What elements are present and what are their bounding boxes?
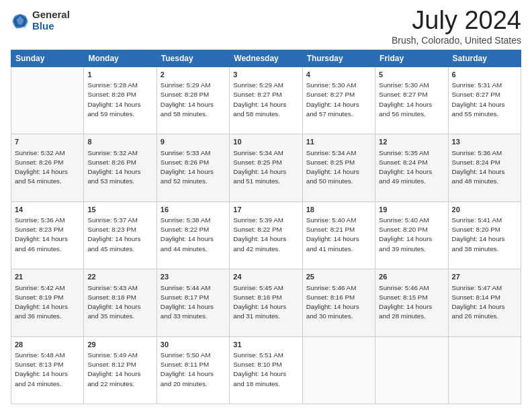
day-cell: 25Sunrise: 5:46 AMSunset: 8:16 PMDayligh…: [302, 269, 375, 336]
day-number: 7: [15, 137, 80, 147]
day-number: 27: [452, 272, 517, 282]
day-number: 1: [87, 70, 152, 80]
day-info: Sunrise: 5:31 AMSunset: 8:27 PMDaylight:…: [452, 81, 517, 119]
day-cell: 19Sunrise: 5:40 AMSunset: 8:20 PMDayligh…: [375, 201, 448, 269]
day-info: Sunrise: 5:46 AMSunset: 8:16 PMDaylight:…: [306, 283, 371, 322]
day-cell: [448, 336, 521, 404]
day-info: Sunrise: 5:34 AMSunset: 8:25 PMDaylight:…: [306, 148, 371, 187]
day-cell: 11Sunrise: 5:34 AMSunset: 8:25 PMDayligh…: [302, 134, 375, 201]
day-info: Sunrise: 5:36 AMSunset: 8:23 PMDaylight:…: [15, 216, 80, 254]
day-number: 23: [161, 272, 226, 282]
day-cell: 13Sunrise: 5:36 AMSunset: 8:24 PMDayligh…: [448, 134, 521, 201]
logo: General Blue: [11, 9, 70, 32]
day-cell: [375, 336, 448, 404]
day-number: 13: [452, 137, 517, 147]
day-cell: 2Sunrise: 5:29 AMSunset: 8:28 PMDaylight…: [157, 66, 229, 134]
day-cell: 9Sunrise: 5:33 AMSunset: 8:26 PMDaylight…: [157, 134, 229, 201]
day-info: Sunrise: 5:41 AMSunset: 8:20 PMDaylight:…: [452, 216, 517, 254]
day-info: Sunrise: 5:28 AMSunset: 8:28 PMDaylight:…: [87, 81, 152, 119]
day-cell: 4Sunrise: 5:30 AMSunset: 8:27 PMDaylight…: [302, 66, 375, 134]
day-number: 24: [233, 272, 298, 282]
day-number: 14: [15, 205, 80, 215]
day-info: Sunrise: 5:32 AMSunset: 8:26 PMDaylight:…: [87, 148, 152, 187]
day-cell: 26Sunrise: 5:46 AMSunset: 8:15 PMDayligh…: [375, 269, 448, 336]
logo-icon: [11, 11, 30, 30]
day-info: Sunrise: 5:44 AMSunset: 8:17 PMDaylight:…: [161, 283, 226, 322]
day-info: Sunrise: 5:45 AMSunset: 8:16 PMDaylight:…: [233, 283, 298, 322]
day-info: Sunrise: 5:40 AMSunset: 8:21 PMDaylight:…: [306, 216, 371, 254]
th-friday: Friday: [375, 50, 448, 66]
day-info: Sunrise: 5:35 AMSunset: 8:24 PMDaylight:…: [379, 148, 444, 187]
th-monday: Monday: [84, 50, 157, 66]
day-cell: 21Sunrise: 5:42 AMSunset: 8:19 PMDayligh…: [11, 269, 84, 336]
day-number: 19: [379, 205, 444, 215]
calendar-header: Sunday Monday Tuesday Wednesday Thursday…: [11, 50, 521, 66]
day-info: Sunrise: 5:38 AMSunset: 8:22 PMDaylight:…: [161, 216, 226, 254]
day-info: Sunrise: 5:42 AMSunset: 8:19 PMDaylight:…: [15, 283, 80, 322]
day-number: 26: [379, 272, 444, 282]
week-row-0: 1Sunrise: 5:28 AMSunset: 8:28 PMDaylight…: [11, 66, 521, 134]
th-wednesday: Wednesday: [230, 50, 302, 66]
day-cell: 6Sunrise: 5:31 AMSunset: 8:27 PMDaylight…: [448, 66, 521, 134]
day-info: Sunrise: 5:30 AMSunset: 8:27 PMDaylight:…: [379, 81, 444, 119]
day-cell: 30Sunrise: 5:50 AMSunset: 8:11 PMDayligh…: [157, 336, 229, 404]
day-cell: 17Sunrise: 5:39 AMSunset: 8:22 PMDayligh…: [230, 201, 302, 269]
day-number: 22: [87, 272, 152, 282]
calendar: Sunday Monday Tuesday Wednesday Thursday…: [11, 50, 521, 404]
day-info: Sunrise: 5:30 AMSunset: 8:27 PMDaylight:…: [306, 81, 371, 119]
day-number: 8: [87, 137, 152, 147]
day-info: Sunrise: 5:43 AMSunset: 8:18 PMDaylight:…: [87, 283, 152, 322]
weekday-row: Sunday Monday Tuesday Wednesday Thursday…: [11, 50, 521, 66]
logo-blue: Blue: [32, 21, 70, 32]
day-info: Sunrise: 5:49 AMSunset: 8:12 PMDaylight:…: [87, 351, 152, 389]
day-number: 10: [233, 137, 298, 147]
day-cell: 23Sunrise: 5:44 AMSunset: 8:17 PMDayligh…: [157, 269, 229, 336]
day-number: 16: [161, 205, 226, 215]
th-tuesday: Tuesday: [157, 50, 229, 66]
day-cell: 18Sunrise: 5:40 AMSunset: 8:21 PMDayligh…: [302, 201, 375, 269]
th-sunday: Sunday: [11, 50, 84, 66]
th-saturday: Saturday: [448, 50, 521, 66]
day-number: 11: [306, 137, 371, 147]
week-row-3: 21Sunrise: 5:42 AMSunset: 8:19 PMDayligh…: [11, 269, 521, 336]
day-info: Sunrise: 5:40 AMSunset: 8:20 PMDaylight:…: [379, 216, 444, 254]
day-cell: 8Sunrise: 5:32 AMSunset: 8:26 PMDaylight…: [84, 134, 157, 201]
logo-text: General Blue: [32, 9, 70, 32]
day-number: 5: [379, 70, 444, 80]
day-cell: 10Sunrise: 5:34 AMSunset: 8:25 PMDayligh…: [230, 134, 302, 201]
day-number: 30: [161, 340, 226, 350]
day-cell: 15Sunrise: 5:37 AMSunset: 8:23 PMDayligh…: [84, 201, 157, 269]
day-number: 21: [15, 272, 80, 282]
day-cell: 12Sunrise: 5:35 AMSunset: 8:24 PMDayligh…: [375, 134, 448, 201]
day-info: Sunrise: 5:51 AMSunset: 8:10 PMDaylight:…: [233, 351, 298, 389]
day-number: 20: [452, 205, 517, 215]
day-cell: 1Sunrise: 5:28 AMSunset: 8:28 PMDaylight…: [84, 66, 157, 134]
th-thursday: Thursday: [302, 50, 375, 66]
week-row-2: 14Sunrise: 5:36 AMSunset: 8:23 PMDayligh…: [11, 201, 521, 269]
day-number: 31: [233, 340, 298, 350]
logo-general: General: [32, 9, 70, 21]
week-row-4: 28Sunrise: 5:48 AMSunset: 8:13 PMDayligh…: [11, 336, 521, 404]
day-cell: 7Sunrise: 5:32 AMSunset: 8:26 PMDaylight…: [11, 134, 84, 201]
day-number: 29: [87, 340, 152, 350]
day-number: 4: [306, 70, 371, 80]
header: General Blue July 2024 Brush, Colorado, …: [11, 7, 521, 46]
day-number: 6: [452, 70, 517, 80]
day-cell: 5Sunrise: 5:30 AMSunset: 8:27 PMDaylight…: [375, 66, 448, 134]
day-number: 28: [15, 340, 80, 350]
day-info: Sunrise: 5:48 AMSunset: 8:13 PMDaylight:…: [15, 351, 80, 389]
day-cell: [302, 336, 375, 404]
day-info: Sunrise: 5:29 AMSunset: 8:27 PMDaylight:…: [233, 81, 298, 119]
day-info: Sunrise: 5:33 AMSunset: 8:26 PMDaylight:…: [161, 148, 226, 187]
week-row-1: 7Sunrise: 5:32 AMSunset: 8:26 PMDaylight…: [11, 134, 521, 201]
day-info: Sunrise: 5:46 AMSunset: 8:15 PMDaylight:…: [379, 283, 444, 322]
page: General Blue July 2024 Brush, Colorado, …: [0, 0, 532, 411]
day-info: Sunrise: 5:50 AMSunset: 8:11 PMDaylight:…: [161, 351, 226, 389]
day-number: 12: [379, 137, 444, 147]
day-cell: 16Sunrise: 5:38 AMSunset: 8:22 PMDayligh…: [157, 201, 229, 269]
day-info: Sunrise: 5:29 AMSunset: 8:28 PMDaylight:…: [161, 81, 226, 119]
day-number: 9: [161, 137, 226, 147]
day-cell: 20Sunrise: 5:41 AMSunset: 8:20 PMDayligh…: [448, 201, 521, 269]
day-number: 2: [161, 70, 226, 80]
day-cell: 28Sunrise: 5:48 AMSunset: 8:13 PMDayligh…: [11, 336, 84, 404]
